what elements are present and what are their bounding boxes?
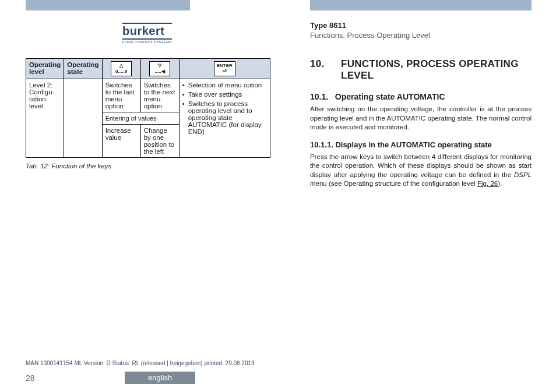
fig-ref: Fig. 26: [477, 180, 498, 187]
body-text: menu (see Operating structure of the con…: [310, 180, 477, 187]
doc-type: Type 8611: [310, 21, 430, 30]
subsection-title: Operating state AUTOMATIC: [335, 92, 445, 101]
doc-section: Functions, Process Operating Level: [310, 31, 430, 40]
key-enter-icon: ENTER ⏎: [214, 61, 235, 76]
body-text: Press the arrow keys to switch between 4…: [310, 153, 532, 178]
cell-enter-actions: Selection of menu option Take over setti…: [179, 79, 270, 158]
list-item: Switches to process operating level and …: [182, 100, 267, 135]
key-up-icon: △ 0.....9: [111, 61, 132, 76]
page-number: 28: [26, 373, 35, 383]
cell-state: [64, 79, 102, 158]
header-right: Type 8611 Functions, Process Operating L…: [310, 21, 430, 40]
table-caption: Tab. 12: Function of the keys: [26, 163, 270, 169]
cell-increase-value: Increase value: [102, 125, 140, 158]
cell-level: Level 2: Configu­ration level: [26, 79, 64, 158]
enter-item-text: Switches to process operating level and …: [188, 100, 262, 135]
page-header: burkert FLUID CONTROL SYSTEMS Type 8611 …: [0, 17, 556, 50]
right-column: 10. FUNCTIONS, PROCESS OPERATING LEVEL 1…: [310, 58, 532, 189]
th-key-enter: ENTER ⏎: [179, 59, 270, 79]
subsubsection-title: Displays in the AUTOMATIC operating stat…: [335, 140, 491, 149]
section-number: 10.: [310, 58, 338, 70]
subsection-number: 10.1.: [310, 92, 328, 101]
left-column: Operating level Operating state △ 0.....…: [26, 58, 270, 169]
brand-logo: burkert FLUID CONTROL SYSTEMS: [122, 22, 172, 44]
th-key-up: △ 0.....9: [102, 59, 140, 79]
cell-entering-values: Entering of values: [102, 112, 179, 125]
language-badge: english: [125, 372, 195, 384]
header-accent-right: [310, 0, 532, 10]
cell-switch-last: Switches to the last menu option: [102, 79, 140, 112]
section-heading: 10. FUNCTIONS, PROCESS OPERATING LEVEL: [310, 58, 532, 82]
th-operating-state: Operating state: [64, 59, 102, 79]
cell-switch-next: Switches to the next menu option: [140, 79, 179, 112]
dspl-label: DSPL: [514, 171, 532, 178]
footer-metadata: MAN 1000141154 ML Version: D Status: RL …: [26, 360, 255, 366]
brand-name: burkert: [122, 24, 172, 38]
section-title: FUNCTIONS, PROCESS OPERATING LEVEL: [341, 58, 527, 82]
subsection-body: After switching on the operating voltage…: [310, 105, 532, 132]
subsection-heading: 10.1. Operating state AUTOMATIC: [310, 92, 532, 101]
page-footer: 28 english: [26, 373, 530, 383]
subsubsection-heading: 10.1.1. Displays in the AUTOMATIC operat…: [310, 140, 532, 149]
function-keys-table: Operating level Operating state △ 0.....…: [26, 58, 270, 158]
key-down-icon: ▽ .....◀: [149, 61, 170, 76]
brand-tagline: FLUID CONTROL SYSTEMS: [122, 40, 172, 44]
body-text: ).: [498, 180, 502, 187]
header-accent-left: [26, 0, 190, 10]
list-item: Take over settings: [182, 91, 267, 98]
cell-change-position: Change by one position to the left: [140, 125, 179, 158]
list-item: Selection of menu option: [182, 82, 267, 89]
subsubsection-number: 10.1.1.: [310, 140, 333, 149]
subsubsection-body: Press the arrow keys to switch between 4…: [310, 153, 532, 189]
th-key-down: ▽ .....◀: [140, 59, 179, 79]
th-operating-level: Operating level: [26, 59, 64, 79]
